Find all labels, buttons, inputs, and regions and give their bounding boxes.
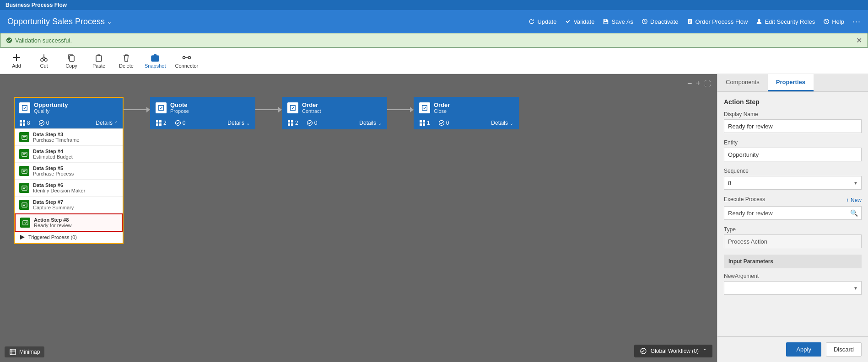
steps-list: Data Step #3 Purchase Timeframe Data Ste… — [15, 128, 123, 243]
panel-content: Action Step Display Name Entity Sequence… — [717, 92, 868, 336]
global-chevron-icon[interactable]: ⌃ — [702, 348, 707, 354]
title-bar-text: Business Process Flow — [5, 2, 67, 8]
entity-group: Entity — [724, 139, 862, 161]
app-title[interactable]: Opportunity Sales Process — [7, 17, 105, 27]
paste-button[interactable]: Paste — [90, 53, 108, 69]
arrow-1-2 — [124, 107, 150, 112]
step-7-icon — [19, 200, 29, 210]
toolbar: Add Cut Copy Paste Delete Snapshot Conne… — [0, 48, 868, 74]
svg-rect-36 — [159, 120, 162, 122]
edit-security-roles-button[interactable]: Edit Security Roles — [756, 18, 815, 25]
stage-qualify-header: Opportunity Qualify — [15, 98, 123, 117]
triggered-process-row[interactable]: Triggered Process (0) — [15, 232, 123, 243]
svg-point-4 — [41, 59, 43, 61]
close-chevron-icon: ⌄ — [510, 121, 513, 126]
title-chevron-icon[interactable]: ⌄ — [107, 18, 112, 25]
new-argument-wrapper: ▼ — [724, 281, 862, 295]
svg-point-3 — [6, 37, 12, 43]
execute-process-search-wrapper: 🔍 — [724, 206, 862, 220]
stage-contract-icon — [287, 102, 298, 113]
step-6-text: Data Step #6 Identify Decision Maker — [33, 182, 85, 193]
add-button[interactable]: Add — [7, 53, 26, 69]
copy-button[interactable]: Copy — [62, 53, 81, 69]
order-process-flow-button[interactable]: Order Process Flow — [687, 18, 748, 25]
execute-process-new-link[interactable]: + New — [846, 197, 862, 203]
new-argument-input[interactable] — [724, 281, 862, 295]
svg-rect-35 — [156, 123, 158, 126]
stage-close[interactable]: Order Close 1 0 — [414, 97, 519, 129]
more-button[interactable]: ··· — [852, 17, 861, 27]
tab-properties[interactable]: Properties — [768, 74, 814, 91]
svg-rect-34 — [156, 120, 158, 122]
canvas[interactable]: − + ⛶ Opportunity Qualify — [0, 74, 717, 362]
contract-details-button[interactable]: Details ⌄ — [359, 120, 382, 126]
step-4-text: Data Step #4 Estimated Budget — [33, 149, 73, 160]
update-button[interactable]: Update — [528, 18, 556, 25]
propose-chevron-icon: ⌄ — [246, 121, 250, 126]
svg-rect-12 — [20, 120, 22, 122]
svg-rect-17 — [22, 135, 27, 139]
svg-point-43 — [307, 121, 312, 126]
svg-point-9 — [154, 57, 156, 60]
svg-rect-46 — [423, 120, 425, 122]
qualify-details-button[interactable]: Details ⌃ — [96, 120, 118, 126]
step-8-text: Action Step #8 Ready for review — [34, 217, 72, 228]
stage-contract-header: Order Contract — [283, 98, 386, 117]
svg-rect-7 — [96, 56, 102, 61]
step-8-action[interactable]: Action Step #8 Ready for review — [15, 213, 123, 232]
step-4[interactable]: Data Step #4 Estimated Budget — [15, 146, 123, 163]
display-name-input[interactable] — [724, 119, 862, 133]
svg-rect-41 — [291, 120, 293, 122]
snapshot-button[interactable]: Snapshot — [145, 53, 166, 69]
propose-details-button[interactable]: Details ⌄ — [227, 120, 250, 126]
deactivate-button[interactable]: Deactivate — [642, 18, 678, 25]
step-6[interactable]: Data Step #6 Identify Decision Maker — [15, 180, 123, 197]
help-button[interactable]: Help — [823, 18, 844, 25]
validate-button[interactable]: Validate — [565, 18, 594, 25]
header: Opportunity Sales Process ⌄ Update Valid… — [0, 10, 868, 33]
step-4-icon — [19, 149, 29, 159]
svg-rect-39 — [288, 120, 290, 122]
stage-propose[interactable]: Quote Propose 2 0 — [150, 97, 255, 129]
global-workflow-label: Global Workflow (0) — [651, 348, 699, 354]
step-6-icon — [19, 183, 29, 193]
entity-input[interactable] — [724, 148, 862, 161]
stage-qualify[interactable]: Opportunity Qualify 8 0 — [14, 97, 124, 244]
close-details-button[interactable]: Details ⌄ — [491, 120, 513, 126]
step-7[interactable]: Data Step #7 Capture Summary — [15, 197, 123, 213]
minimap-bar[interactable]: Minimap — [5, 346, 44, 357]
title-bar: Business Process Flow — [0, 0, 868, 10]
global-workflow-bar[interactable]: Global Workflow (0) ⌃ — [634, 345, 712, 357]
stage-contract[interactable]: Order Contract 2 0 — [282, 97, 387, 129]
discard-button[interactable]: Discard — [826, 342, 862, 357]
stage-close-text: Order Close — [434, 101, 450, 114]
validation-close-icon[interactable]: ✕ — [856, 36, 862, 45]
execute-process-search-input[interactable] — [724, 206, 862, 220]
apply-button[interactable]: Apply — [786, 342, 821, 357]
step-5[interactable]: Data Step #5 Purchase Process — [15, 163, 123, 180]
execute-process-header: Execute Process + New — [724, 196, 862, 204]
main-area: − + ⛶ Opportunity Qualify — [0, 74, 868, 362]
stage-propose-wrapper: Quote Propose 2 0 — [150, 97, 255, 129]
stage-qualify-text: Opportunity Qualify — [34, 101, 68, 114]
sequence-label: Sequence — [724, 168, 862, 174]
stage-qualify-footer: 8 0 Details ⌃ — [15, 117, 123, 128]
connector-button[interactable]: Connector — [175, 53, 198, 69]
validation-message: Validation successful. — [6, 37, 72, 44]
save-as-button[interactable]: Save As — [603, 18, 633, 25]
svg-rect-29 — [22, 202, 27, 207]
svg-point-2 — [826, 23, 827, 23]
sequence-select[interactable]: 8 — [724, 176, 862, 190]
tab-components[interactable]: Components — [717, 74, 768, 91]
svg-marker-33 — [20, 235, 25, 240]
cut-button[interactable]: Cut — [35, 53, 53, 69]
svg-rect-14 — [23, 120, 25, 122]
delete-button[interactable]: Delete — [117, 53, 135, 69]
sequence-group: Sequence 8 ▼ — [724, 168, 862, 190]
step-3[interactable]: Data Step #3 Purchase Timeframe — [15, 129, 123, 146]
svg-point-16 — [39, 121, 44, 126]
stage-propose-icon — [156, 102, 167, 113]
conditions-count: 0 — [38, 120, 49, 126]
entity-label: Entity — [724, 139, 862, 146]
svg-point-11 — [188, 56, 190, 59]
